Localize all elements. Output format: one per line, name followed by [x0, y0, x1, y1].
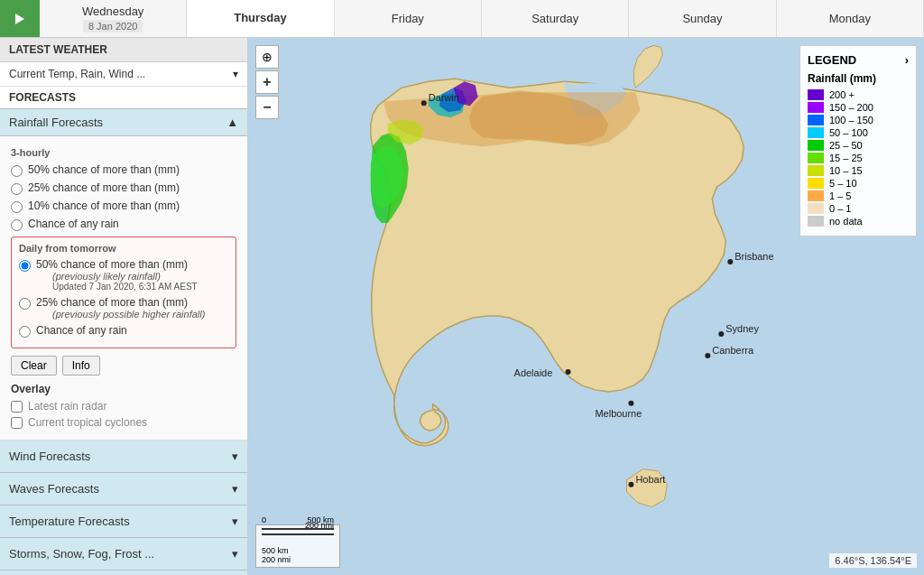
chevron-up-icon: ▲ [226, 116, 238, 129]
coordinates-display: 6.46°S, 136.54°E [829, 553, 917, 568]
map-controls: ⊕ + − [255, 45, 279, 119]
chevron-down-icon: ▾ [232, 547, 238, 561]
checkbox-tropical-cyclones[interactable]: Current tropical cyclones [11, 416, 236, 429]
day-tabs: Wednesday 8 Jan 2020 Thursday Friday Sat… [40, 0, 924, 37]
svg-text:Melbourne: Melbourne [595, 408, 642, 419]
overlay-section: Overlay Latest rain radar Current tropic… [11, 383, 236, 429]
top-bar: Wednesday 8 Jan 2020 Thursday Friday Sat… [0, 0, 924, 38]
radio-daily-anyrain[interactable]: Chance of any rain [19, 324, 228, 338]
sidebar: LATEST WEATHER Current Temp, Rain, Wind … [0, 38, 248, 575]
legend-panel: LEGEND › Rainfall (mm) 200 + 150 – 200 1… [799, 45, 917, 236]
latest-weather-header: LATEST WEATHER [0, 38, 247, 62]
tab-friday[interactable]: Friday [335, 0, 482, 37]
svg-text:Canberra: Canberra [712, 345, 754, 356]
three-hourly-label: 3-hourly [11, 147, 236, 158]
tab-wednesday[interactable]: Wednesday 8 Jan 2020 [40, 0, 187, 37]
forecasts-label: FORECASTS [0, 87, 247, 108]
play-button[interactable] [0, 0, 40, 37]
radio-daily-50pct[interactable]: 50% chance of more than (mm) (previously… [19, 258, 228, 292]
legend-expand-icon[interactable]: › [905, 53, 909, 67]
wind-forecasts-section[interactable]: Wind Forecasts ▾ [0, 441, 247, 473]
chevron-down-icon: ▾ [233, 68, 238, 80]
svg-point-4 [727, 259, 733, 264]
svg-text:Brisbane: Brisbane [735, 251, 773, 262]
legend-header: LEGEND › [808, 53, 909, 67]
tab-thursday[interactable]: Thursday [187, 0, 334, 37]
radio-3h-50pct[interactable]: 50% chance of more than (mm) [11, 163, 236, 177]
map-area: Darwin Brisbane Sydney Canberra Adelaide… [248, 38, 924, 575]
tab-saturday[interactable]: Saturday [482, 0, 629, 37]
radio-3h-anyrain[interactable]: Chance of any rain [11, 218, 236, 231]
legend-item-15-25: 15 – 25 [808, 153, 909, 163]
info-button[interactable]: Info [62, 356, 100, 376]
legend-item-5-10: 5 – 10 [808, 178, 909, 189]
svg-point-2 [421, 100, 427, 106]
svg-text:Adelaide: Adelaide [514, 367, 553, 378]
radio-3h-25pct[interactable]: 25% chance of more than (mm) [11, 181, 236, 195]
svg-point-6 [718, 331, 724, 337]
legend-item-10-15: 10 – 15 [808, 165, 909, 176]
svg-text:Darwin: Darwin [429, 92, 459, 103]
legend-item-200plus: 200 + [808, 89, 909, 100]
rainfall-section-body: 3-hourly 50% chance of more than (mm) 25… [0, 136, 247, 441]
checkbox-latest-rain-radar[interactable]: Latest rain radar [11, 400, 236, 413]
clear-button[interactable]: Clear [11, 356, 57, 376]
legend-item-50-100: 50 – 100 [808, 127, 909, 138]
tab-monday[interactable]: Monday [777, 0, 924, 37]
rainfall-section-header[interactable]: Rainfall Forecasts ▲ [0, 108, 247, 136]
scale-bar: 0 500 km 200 nmi 500 km 200 nmi [255, 524, 340, 568]
humidity-forecasts-section[interactable]: Humidity Forecasts ▾ [0, 570, 247, 575]
chevron-down-icon: ▾ [232, 482, 238, 496]
nav-icon-button[interactable]: ⊕ [255, 45, 279, 69]
button-row: Clear Info [11, 356, 236, 376]
radio-3h-10pct[interactable]: 10% chance of more than (mm) [11, 199, 236, 213]
legend-item-1-5: 1 – 5 [808, 190, 909, 201]
legend-item-150-200: 150 – 200 [808, 102, 909, 113]
svg-marker-0 [15, 14, 24, 24]
daily-from-tomorrow-section: Daily from tomorrow 50% chance of more t… [11, 236, 236, 348]
svg-text:Hobart: Hobart [635, 474, 665, 485]
radio-daily-25pct[interactable]: 25% chance of more than (mm) (previously… [19, 296, 228, 320]
zoom-in-button[interactable]: + [255, 70, 279, 94]
storms-section[interactable]: Storms, Snow, Fog, Frost ... ▾ [0, 538, 247, 570]
legend-item-0-1: 0 – 1 [808, 203, 909, 214]
svg-point-14 [628, 482, 633, 487]
daily-from-tomorrow-label: Daily from tomorrow [19, 243, 228, 254]
svg-point-8 [705, 353, 710, 358]
current-selector-dropdown[interactable]: Current Temp, Rain, Wind ... ▾ [0, 62, 247, 87]
svg-point-10 [566, 369, 571, 375]
temperature-forecasts-section[interactable]: Temperature Forecasts ▾ [0, 505, 247, 538]
main-content: LATEST WEATHER Current Temp, Rain, Wind … [0, 38, 924, 575]
legend-item-100-150: 100 – 150 [808, 115, 909, 125]
chevron-down-icon: ▾ [232, 450, 238, 463]
legend-item-25-50: 25 – 50 [808, 140, 909, 151]
svg-point-12 [628, 401, 633, 406]
chevron-down-icon: ▾ [232, 515, 238, 528]
waves-forecasts-section[interactable]: Waves Forecasts ▾ [0, 473, 247, 505]
tab-sunday[interactable]: Sunday [629, 0, 776, 37]
zoom-out-button[interactable]: − [255, 96, 279, 119]
svg-text:Sydney: Sydney [725, 323, 759, 334]
legend-item-nodata: no data [808, 216, 909, 227]
